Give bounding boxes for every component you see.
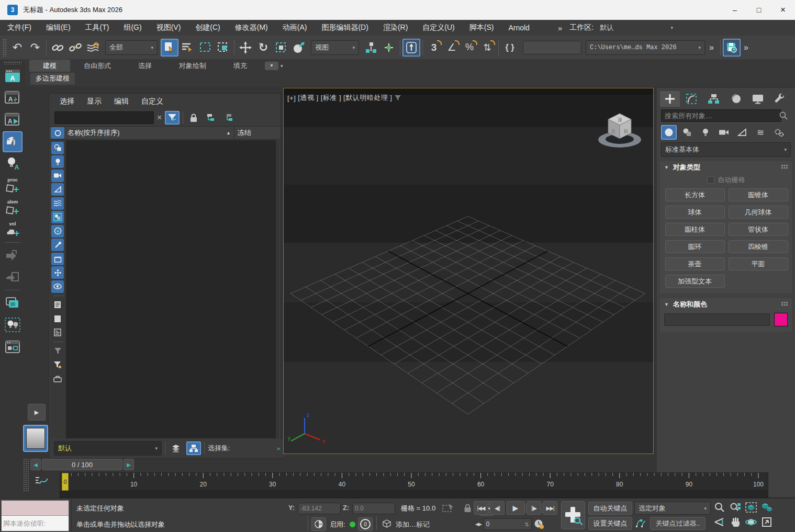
- window-crossing-toggle[interactable]: [214, 39, 232, 56]
- pan-hand-icon[interactable]: [729, 515, 742, 529]
- select-by-name-button[interactable]: [178, 39, 196, 56]
- category-shapes-icon[interactable]: [679, 125, 695, 140]
- scene-object-list[interactable]: [66, 140, 276, 438]
- listener-script-row[interactable]: 脚本迷你侦听:: [2, 516, 69, 531]
- isolate-selection-icon[interactable]: [311, 517, 326, 531]
- sx-menu-select[interactable]: 选择: [53, 94, 81, 109]
- workspace-dropdown[interactable]: 默认 ▾: [596, 20, 677, 35]
- maxscript-mini-listener[interactable]: 脚本迷你侦听:: [1, 500, 69, 531]
- viewport-layout-tab[interactable]: [23, 425, 48, 452]
- key-filters-button[interactable]: 关键点过滤器..: [650, 517, 706, 530]
- tab-utilities[interactable]: [770, 91, 790, 107]
- create-procedural-icon[interactable]: proc +: [3, 175, 23, 196]
- field-of-view-icon[interactable]: [713, 515, 726, 529]
- select-and-scale-button[interactable]: [272, 39, 290, 56]
- tab-display[interactable]: [748, 91, 768, 107]
- spinner-arrows-icon[interactable]: ⇅: [524, 522, 529, 527]
- time-slider-handle[interactable]: 0: [62, 473, 69, 491]
- menu-customize[interactable]: 自定义(U): [415, 20, 462, 36]
- scene-search-input[interactable]: [54, 111, 154, 124]
- y-coordinate-field[interactable]: -83.142: [298, 503, 341, 514]
- zoom-extents-icon[interactable]: [744, 501, 758, 514]
- filter-containers-icon[interactable]: [51, 253, 64, 265]
- object-search-input[interactable]: [661, 109, 781, 122]
- filter-geometry-icon[interactable]: [51, 142, 64, 154]
- torus-button[interactable]: 圆环: [665, 240, 725, 253]
- named-selection-sets-button[interactable]: { }: [501, 39, 519, 56]
- app-icon[interactable]: 3: [7, 5, 18, 15]
- select-link-icon[interactable]: [49, 39, 66, 56]
- set-key-button[interactable]: 设置关键点: [588, 517, 632, 530]
- filter-spacewarps-icon[interactable]: [51, 197, 64, 210]
- selection-region-mode-icon[interactable]: [441, 502, 455, 514]
- blank-page-icon[interactable]: [51, 312, 64, 325]
- z-coordinate-field[interactable]: 0.0: [352, 503, 395, 514]
- undo-button[interactable]: ↶: [8, 39, 26, 56]
- tab-hierarchy[interactable]: [704, 91, 724, 107]
- previous-frame-button[interactable]: ◀||: [490, 501, 505, 515]
- time-tag-cube-icon[interactable]: [381, 518, 393, 529]
- explorer-scrollbar[interactable]: [276, 140, 279, 438]
- key-mode-dropdown[interactable]: 选定对象 ▾: [634, 502, 711, 515]
- toolbar-grip[interactable]: [3, 39, 7, 56]
- track-bar[interactable]: [60, 491, 768, 498]
- ribbon-tab-freeform[interactable]: 自由形式: [70, 60, 125, 72]
- ribbon-minimize-caret[interactable]: ▾: [281, 63, 283, 69]
- tab-create[interactable]: [660, 91, 680, 107]
- orbit-icon[interactable]: [744, 515, 758, 529]
- timeline-ruler[interactable]: 0102030405060708090100: [60, 472, 768, 491]
- box-button[interactable]: 长方体: [665, 188, 725, 201]
- add-time-tag[interactable]: 添加…标记: [396, 520, 430, 529]
- tab-motion[interactable]: [726, 91, 746, 107]
- arnold-light-icon[interactable]: A: [3, 153, 23, 174]
- key-step-icons[interactable]: ◀▶: [475, 522, 482, 527]
- filter-lights-icon[interactable]: [51, 155, 64, 168]
- menu-animation[interactable]: 动画(A): [275, 20, 315, 36]
- selection-filter-dropdown[interactable]: 全部 ▾: [105, 40, 158, 55]
- timeline-grip[interactable]: [23, 458, 29, 492]
- close-button[interactable]: ×: [771, 0, 795, 20]
- menu-edit[interactable]: 编辑(E): [39, 20, 78, 36]
- mini-curve-editor-icon[interactable]: [33, 473, 50, 489]
- select-object-button[interactable]: [161, 39, 178, 56]
- filter-groups-icon[interactable]: [51, 211, 64, 223]
- category-helpers-icon[interactable]: [734, 125, 750, 140]
- create-volume-icon[interactable]: vol +: [3, 219, 23, 240]
- sx-menu-edit[interactable]: 编辑: [108, 94, 135, 109]
- auto-key-button[interactable]: 自动关键点: [588, 502, 632, 515]
- ribbon-tab-modeling[interactable]: 建模: [29, 60, 70, 72]
- ribbon-panel-polygon-modeling[interactable]: 多边形建模: [30, 73, 75, 85]
- menu-create[interactable]: 创建(C): [188, 20, 227, 36]
- current-frame-field[interactable]: 0 ⇅: [484, 518, 532, 530]
- select-and-move-button[interactable]: [237, 39, 254, 56]
- category-spacewarps-icon[interactable]: ≋: [753, 125, 768, 140]
- time-configuration-icon[interactable]: [534, 519, 544, 529]
- view-cube[interactable]: 顶 左 前: [595, 106, 645, 156]
- object-color-swatch[interactable]: [774, 313, 788, 326]
- key-mode-icon[interactable]: [634, 517, 648, 529]
- explorer-preset-dropdown[interactable]: 默认 ▾: [54, 441, 162, 456]
- maximize-button[interactable]: □: [747, 0, 771, 20]
- set-key-big-button[interactable]: [561, 501, 585, 529]
- go-to-start-button[interactable]: |◀◀: [474, 501, 488, 515]
- minimize-button[interactable]: –: [723, 0, 747, 20]
- plane-button[interactable]: 平面: [729, 257, 788, 270]
- blocked-count-button[interactable]: 0: [358, 517, 373, 531]
- frame-counter-field[interactable]: 0 / 100: [42, 459, 122, 470]
- material-library-icon[interactable]: [3, 292, 23, 313]
- toolbar-overflow-chevron[interactable]: »: [709, 43, 714, 52]
- object-name-input[interactable]: [664, 313, 770, 326]
- clear-search-icon[interactable]: ×: [157, 113, 162, 122]
- unlink-selection-icon[interactable]: [66, 39, 84, 56]
- object-type-rollout-header[interactable]: ▼ 对象类型: [660, 161, 792, 174]
- percent-snap-toggle[interactable]: %: [461, 39, 478, 56]
- arnold-ipr-icon[interactable]: A: [3, 109, 23, 130]
- arnold-properties-icon[interactable]: [3, 336, 23, 357]
- filter-particles-icon[interactable]: [51, 266, 64, 279]
- arnold-active-shade-icon[interactable]: [3, 131, 23, 152]
- cone-button[interactable]: 圆锥体: [729, 188, 788, 201]
- list-view-icon[interactable]: [51, 299, 64, 311]
- toolbar-overflow-chevron-2[interactable]: »: [744, 43, 748, 52]
- filter-cameras-icon[interactable]: [51, 169, 64, 182]
- footer-overflow-chevron[interactable]: »: [277, 445, 280, 451]
